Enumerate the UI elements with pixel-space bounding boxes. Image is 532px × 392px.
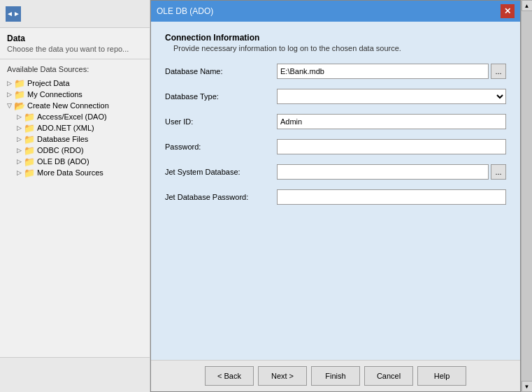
left-bottom-area [0,357,150,392]
label-ole-db-ado: OLE DB (ADO) [37,157,89,166]
folder-icon-project-data: 📁 [14,78,25,88]
label-access-excel: Access/Excel (DAO) [37,112,107,121]
label-project-data: Project Data [27,79,70,87]
folder-icon-ole-db-ado: 📁 [24,157,35,166]
label-odbc-rdo: ODBC (RDO) [37,146,84,154]
user-id-label: User ID: [165,117,277,126]
data-subtitle: Choose the data you want to repo... [7,45,143,53]
sidebar-item-more-data-sources[interactable]: ▷ 📁 More Data Sources [13,167,147,178]
jet-system-database-browse-button[interactable]: ... [491,164,506,180]
jet-system-database-label: Jet System Database: [165,168,277,176]
folder-icon-database-files: 📁 [24,134,35,144]
sidebar-item-project-data[interactable]: ▷ 📁 Project Data [3,78,147,89]
right-scrollbar: ▲ ▼ [521,0,532,392]
left-content: Data Choose the data you want to repo... [0,28,150,59]
sidebar-item-ado-net[interactable]: ▷ 📁 ADO.NET (XML) [13,122,147,133]
jet-system-database-row: Jet System Database: ... [165,164,506,180]
database-name-input-group: ... [277,64,506,79]
form-area: Database Name: ... Database Type: User I… [165,64,506,349]
section-subtitle: Provide necessary information to log on … [165,44,506,52]
password-input[interactable] [277,139,506,154]
cancel-button[interactable]: Cancel [364,366,413,386]
password-input-group [277,139,506,154]
sidebar-item-create-new-connection[interactable]: ▽ 📂 Create New Connection [3,100,147,111]
main-dialog: OLE DB (ADO) ✕ Connection Information Pr… [150,0,521,392]
folder-icon-more-data-sources: 📁 [24,168,35,177]
jet-database-password-input-group [277,189,506,205]
jet-system-database-input-group: ... [277,164,506,180]
database-type-select[interactable] [277,89,506,104]
dialog-title: OLE DB (ADO) [157,6,213,16]
folder-icon-ado-net: 📁 [24,123,35,133]
sidebar-item-access-excel[interactable]: ▷ 📁 Access/Excel (DAO) [13,111,147,122]
help-button[interactable]: Help [417,366,466,386]
expander-database-files[interactable]: ▷ [14,134,24,144]
scroll-down-arrow[interactable]: ▼ [522,381,533,392]
database-type-input-group [277,89,506,104]
jet-database-password-input[interactable] [277,189,506,205]
scroll-up-arrow[interactable]: ▲ [522,0,533,11]
label-my-connections: My Connections [27,90,82,99]
sidebar-item-my-connections[interactable]: ▷ 📁 My Connections [3,89,147,100]
expander-access-excel[interactable]: ▷ [14,112,24,122]
database-name-browse-button[interactable]: ... [491,64,506,79]
back-button[interactable]: < Back [205,366,254,386]
title-bar: OLE DB (ADO) ✕ [151,1,520,22]
password-row: Password: [165,139,506,154]
expander-project-data[interactable]: ▷ [4,78,14,88]
next-button[interactable]: Next > [258,366,307,386]
nav-icon: ◄► [6,6,21,22]
label-create-new-connection: Create New Connection [27,101,109,110]
database-name-row: Database Name: ... [165,64,506,79]
dialog-footer: < Back Next > Finish Cancel Help [151,360,520,391]
finish-button[interactable]: Finish [311,366,360,386]
expander-ado-net[interactable]: ▷ [14,123,24,133]
folder-icon-create-new-connection: 📂 [14,101,25,110]
jet-system-database-input[interactable] [277,164,489,180]
expander-ole-db-ado[interactable]: ▷ [14,157,24,166]
jet-database-password-row: Jet Database Password: [165,189,506,205]
label-ado-net: ADO.NET (XML) [37,124,94,132]
expander-odbc-rdo[interactable]: ▷ [14,145,24,155]
database-type-label: Database Type: [165,92,277,101]
folder-icon-my-connections: 📁 [14,89,25,99]
sidebar-item-odbc-rdo[interactable]: ▷ 📁 ODBC (RDO) [13,145,147,156]
create-new-connection-children: ▷ 📁 Access/Excel (DAO) ▷ 📁 ADO.NET (XML)… [3,111,147,178]
expander-more-data-sources[interactable]: ▷ [14,168,24,177]
left-top-bar: ◄► [0,0,150,28]
label-database-files: Database Files [37,135,88,143]
expander-my-connections[interactable]: ▷ [4,89,14,99]
close-button[interactable]: ✕ [501,4,515,18]
available-sources-label: Available Data Sources: [0,59,150,76]
folder-icon-access-excel: 📁 [24,112,35,122]
expander-create-new-connection[interactable]: ▽ [4,101,14,110]
tree-container: ▷ 📁 Project Data ▷ 📁 My Connections ▽ 📂 … [0,76,150,357]
data-title: Data [7,34,143,43]
dialog-content: Connection Information Provide necessary… [151,22,520,360]
folder-icon-odbc-rdo: 📁 [24,145,35,155]
database-name-label: Database Name: [165,67,277,75]
user-id-input[interactable] [277,114,506,129]
sidebar-item-ole-db-ado[interactable]: ▷ 📁 OLE DB (ADO) [13,156,147,167]
section-title: Connection Information [165,33,506,43]
jet-database-password-label: Jet Database Password: [165,193,277,201]
label-more-data-sources: More Data Sources [37,168,103,177]
database-name-input[interactable] [277,64,489,79]
user-id-row: User ID: [165,114,506,129]
sidebar-item-database-files[interactable]: ▷ 📁 Database Files [13,133,147,145]
left-panel: ◄► Data Choose the data you want to repo… [0,0,150,392]
user-id-input-group [277,114,506,129]
password-label: Password: [165,143,277,151]
database-type-row: Database Type: [165,89,506,104]
